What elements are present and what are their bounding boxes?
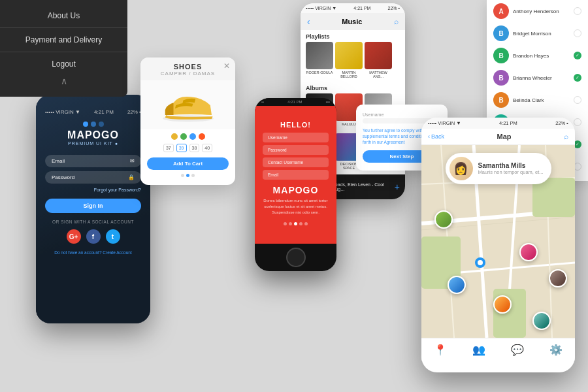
twitter-icon[interactable]: t: [106, 229, 120, 244]
menu-divider-1: [0, 27, 127, 28]
color-option-green[interactable]: [180, 133, 187, 140]
google-icon[interactable]: G+: [67, 229, 81, 244]
map-bottom-nav: 📍 👥 💬 ⚙️: [421, 338, 575, 361]
status-time: 4:21 PM: [94, 109, 114, 115]
mapogo-field-2[interactable]: Password: [263, 145, 329, 155]
register-link[interactable]: Create Account: [103, 250, 131, 255]
logo-dot-2: [91, 122, 96, 127]
music-battery: 22% ▪: [388, 6, 400, 10]
username-label: Username: [363, 112, 441, 117]
contact-item-belinda[interactable]: B Belinda Clark: [487, 89, 588, 111]
shoe-colors: [140, 133, 235, 140]
email-icon: ✉: [130, 158, 135, 164]
shoes-card-header: ✕ SHOES CAMPER / DAMAS: [140, 57, 235, 80]
login-phone: ••••• VIRGIN ▼ 4:21 PM 22% ▪ MAPOGO PREM…: [36, 95, 150, 323]
map-profile-card[interactable]: 👩 Samantha Mills Mauris non tempor quam,…: [445, 153, 551, 184]
dot-2: [186, 174, 189, 177]
size-40[interactable]: 40: [202, 144, 212, 152]
menu-item-about[interactable]: About Us: [0, 7, 127, 25]
status-battery: 22% ▪: [127, 109, 141, 115]
playlist-item-1[interactable]: ROGER GOULA: [306, 42, 333, 78]
contact-name-anthony: Anthony Henderson: [513, 8, 570, 14]
mapogo-field-3[interactable]: Contact Username: [263, 157, 329, 167]
social-login-label: OR SIGN WITH A SOCIAL ACCOUNT: [45, 220, 141, 224]
playlist-item-3[interactable]: MATTHEW ANS...: [365, 42, 392, 78]
avatar-image: 👩: [449, 157, 472, 180]
map-back-button[interactable]: ‹ Back: [428, 133, 444, 140]
password-icon: 🔒: [128, 174, 135, 180]
color-option-orange[interactable]: [199, 133, 205, 140]
map-content: 👩 Samantha Mills Mauris non tempor quam,…: [421, 145, 575, 338]
contact-item-brandon[interactable]: B Brandon Hayes ✓: [487, 44, 588, 67]
playlist-label-1: ROGER GOULA: [306, 71, 333, 74]
map-pin-2[interactable]: [519, 243, 538, 261]
shoe-sizes: 37 39 38 40: [140, 144, 235, 152]
music-status-bar: ••••• VIRGIN ▼ 4:21 PM 22% ▪: [301, 3, 405, 13]
contact-item-bridget[interactable]: B Bridget Morrison: [487, 22, 588, 44]
map-pin-4[interactable]: [493, 295, 512, 314]
agreement-link[interactable]: Agreement: [384, 140, 405, 144]
nav-location-icon[interactable]: 📍: [434, 344, 447, 356]
playlist-thumb-3: [365, 42, 392, 69]
mapogo-field-4[interactable]: Email: [263, 170, 329, 180]
mapogo-description: Donec bibendum nunc sit amet tortor scel…: [263, 198, 329, 216]
map-pin-3[interactable]: [448, 276, 466, 294]
mapogo-field-1[interactable]: Username: [263, 133, 329, 142]
signin-button[interactable]: Sign In: [45, 199, 141, 213]
contact-avatar-belinda: B: [493, 92, 509, 108]
menu-collapse-arrow[interactable]: ∧: [0, 76, 127, 86]
shoes-title: SHOES: [147, 63, 229, 71]
social-icons: G+ f t: [45, 229, 141, 244]
menu-divider-2: [0, 52, 127, 52]
map-user-avatar: 👩: [449, 157, 472, 180]
now-playing-title: ♫ Spads, Elen Leven - Cool Enoug...: [327, 182, 391, 191]
music-time: 4:21 PM: [353, 6, 370, 10]
map-pin-1[interactable]: [434, 210, 453, 229]
map-search-icon[interactable]: ⌕: [564, 132, 568, 141]
nav-people-icon[interactable]: 👥: [472, 344, 485, 356]
password-placeholder: Password: [52, 174, 74, 180]
contact-name-bridget: Bridget Morrison: [513, 31, 570, 37]
menu-item-payment[interactable]: Payment and Delivery: [0, 31, 127, 49]
password-input[interactable]: Password 🔒: [45, 171, 141, 184]
contact-item-brianna[interactable]: B Brianna Wheeler ✓: [487, 67, 588, 89]
map-phone: ••••• VIRGIN ▼ 4:21 PM 22% ▪ ‹ Back Map …: [421, 118, 575, 372]
size-39[interactable]: 39: [176, 144, 187, 152]
menu-item-logout[interactable]: Logout: [0, 55, 127, 73]
shoe-image: [140, 80, 235, 129]
forgot-password-link[interactable]: Forgot your Password?: [45, 188, 141, 192]
map-pin-5[interactable]: [549, 269, 567, 287]
map-pin-6[interactable]: [532, 312, 551, 330]
contact-check-christopher: [574, 118, 581, 126]
email-input[interactable]: Email ✉: [45, 155, 141, 167]
contact-initial-brandon: B: [493, 48, 509, 63]
mapogo-battery: ▪▪▪: [326, 100, 330, 104]
contact-name-brianna: Brianna Wheeler: [513, 75, 570, 81]
playlists-grid: ROGER GOULA MARTIN BELLORD MATTHEW ANS..…: [301, 42, 405, 82]
size-38[interactable]: 38: [189, 144, 200, 152]
map-profile-name: Samantha Mills: [478, 162, 543, 169]
add-to-cart-button[interactable]: Add To Cart: [147, 157, 229, 170]
playlist-thumb-2: [335, 42, 363, 69]
playlist-item-2[interactable]: MARTIN BELLORD: [335, 42, 363, 78]
login-content: ••••• VIRGIN ▼ 4:21 PM 22% ▪ MAPOGO PREM…: [45, 109, 141, 255]
logo-dot-3: [99, 122, 104, 127]
home-button[interactable]: [286, 248, 306, 267]
mapogo-dot-3: [294, 222, 297, 225]
login-status-bar: ••••• VIRGIN ▼ 4:21 PM 22% ▪: [45, 109, 141, 115]
mapogo-dot-2: [289, 222, 292, 225]
playlist-label-2: MARTIN BELLORD: [335, 71, 363, 78]
facebook-icon[interactable]: f: [86, 229, 101, 244]
map-header: ‹ Back Map ⌕: [421, 129, 575, 145]
shoes-close-button[interactable]: ✕: [223, 61, 230, 71]
music-search-icon[interactable]: ⌕: [394, 17, 399, 26]
color-option-yellow[interactable]: [171, 133, 178, 140]
status-carrier: ••••• VIRGIN ▼: [45, 109, 80, 115]
color-option-blue[interactable]: [189, 133, 196, 140]
map-time: 4:21 PM: [499, 120, 517, 126]
nav-settings-icon[interactable]: ⚙️: [549, 344, 563, 356]
contact-item-anthony[interactable]: A Anthony Henderson: [487, 0, 588, 22]
nav-chat-icon[interactable]: 💬: [511, 344, 524, 356]
size-37[interactable]: 37: [163, 144, 174, 152]
now-playing-add-icon[interactable]: +: [395, 182, 400, 192]
